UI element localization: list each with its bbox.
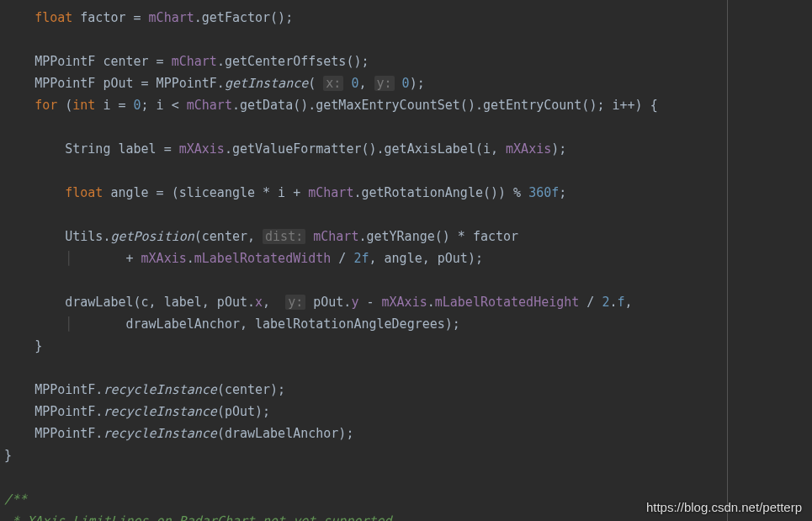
method-getinstance: getInstance xyxy=(225,76,308,91)
right-gutter-panel xyxy=(733,0,812,521)
code-block: float factor = mChart.getFactor(); MPPoi… xyxy=(4,7,727,521)
field-mchart: mChart xyxy=(149,10,194,25)
param-hint-y2: y: xyxy=(285,295,305,310)
javadoc-open: /** xyxy=(4,492,27,507)
javadoc-line: * XAxis LimitLines on RadarChart not yet… xyxy=(4,513,392,521)
keyword-for: for xyxy=(34,98,57,113)
code-editor[interactable]: float factor = mChart.getFactor(); MPPoi… xyxy=(4,0,728,521)
keyword-float: float xyxy=(34,10,72,25)
method-getposition: getPosition xyxy=(110,229,194,244)
param-hint-y: y: xyxy=(374,76,395,91)
param-hint-dist: dist: xyxy=(263,229,305,244)
watermark-text: https://blog.csdn.net/petterp xyxy=(646,500,802,514)
param-hint-x: x: xyxy=(323,76,343,91)
method-recycle: recycleInstance xyxy=(103,382,216,397)
